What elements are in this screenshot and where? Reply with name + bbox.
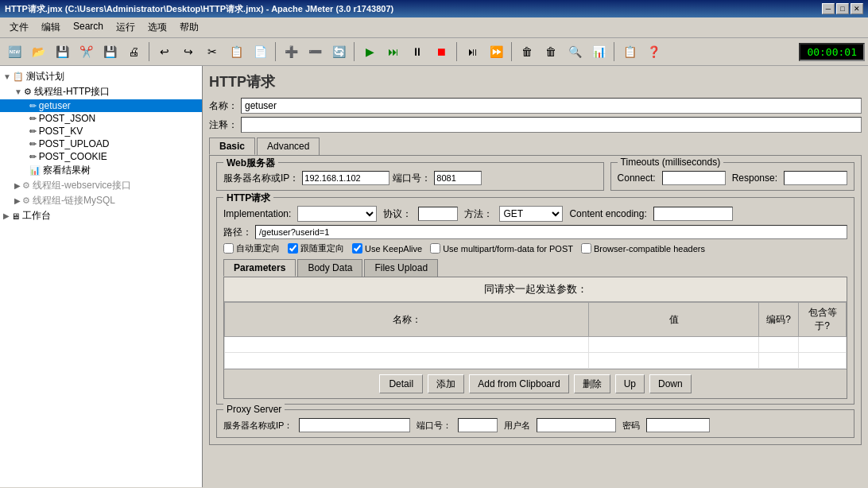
- method-select[interactable]: GET POST: [499, 206, 563, 222]
- tab-basic-content: Web服务器 服务器名称或IP： 端口号： Timeouts (millisec…: [209, 155, 862, 445]
- delete-button[interactable]: 删除: [574, 374, 610, 393]
- toolbar-paste[interactable]: 📄: [249, 41, 271, 63]
- toolbar-clear-all[interactable]: 🗑: [540, 41, 562, 63]
- request-icon: ✏: [29, 139, 37, 149]
- web-server-section: Web服务器 服务器名称或IP： 端口号：: [216, 162, 604, 191]
- response-input[interactable]: [784, 171, 847, 185]
- toolbar-cut-test[interactable]: ✂️: [75, 41, 97, 63]
- request-icon: ✏: [29, 152, 37, 162]
- menu-file[interactable]: 文件: [3, 19, 35, 36]
- menu-help[interactable]: 帮助: [173, 19, 205, 36]
- toolbar-step2[interactable]: ⏩: [485, 41, 507, 63]
- close-button[interactable]: ✕: [851, 3, 863, 14]
- menu-run[interactable]: 运行: [110, 19, 141, 36]
- tree-expand-icon: ▼: [14, 87, 22, 96]
- method-label: 方法：: [464, 207, 493, 221]
- toolbar-new[interactable]: 🆕: [3, 41, 25, 63]
- down-button[interactable]: Down: [649, 374, 692, 393]
- menu-edit[interactable]: 编辑: [35, 19, 67, 36]
- keepalive-label: Use KeepAlive: [365, 244, 422, 254]
- proxy-username-input[interactable]: [537, 418, 616, 432]
- toolbar-step[interactable]: ⏯: [461, 41, 483, 63]
- toolbar-something[interactable]: 🔄: [327, 41, 350, 63]
- encoding-input[interactable]: [653, 207, 733, 221]
- tree-item-thread-http[interactable]: ▼ ⚙ 线程组-HTTP接口: [0, 84, 202, 99]
- toolbar-cut[interactable]: ✂: [201, 41, 223, 63]
- col-name: 名称：: [225, 303, 589, 337]
- tab-parameters[interactable]: Parameters: [223, 259, 296, 277]
- tree-item-workbench[interactable]: ▶ 🖥 工作台: [0, 208, 202, 223]
- tree-item-label: 线程组-webservice接口: [33, 179, 131, 192]
- tab-files-upload[interactable]: Files Upload: [364, 259, 438, 277]
- tree-item-label: POST_UPLOAD: [39, 138, 110, 149]
- toolbar-run[interactable]: ▶: [358, 41, 381, 63]
- browser-compat-checkbox[interactable]: [581, 243, 591, 254]
- follow-redirect-checkbox[interactable]: [288, 243, 298, 254]
- minimize-button[interactable]: ─: [822, 3, 835, 14]
- toolbar-add[interactable]: ➕: [280, 41, 302, 63]
- port-input[interactable]: [434, 171, 482, 185]
- toolbar-list[interactable]: 📋: [618, 41, 641, 63]
- toolbar-undo[interactable]: ↩: [153, 41, 176, 63]
- tree-item-post-json[interactable]: ✏ POST_JSON: [0, 112, 202, 125]
- tree-item-post-cookie[interactable]: ✏ POST_COOKIE: [0, 150, 202, 163]
- toolbar-print[interactable]: 🖨: [122, 41, 145, 63]
- tree-item-result-tree[interactable]: 📊 察看结果树: [0, 163, 202, 178]
- protocol-input[interactable]: [418, 207, 458, 221]
- toolbar-clear[interactable]: 🗑: [516, 41, 538, 63]
- add-clipboard-button[interactable]: Add from Clipboard: [469, 374, 568, 393]
- tree-item-post-upload[interactable]: ✏ POST_UPLOAD: [0, 137, 202, 150]
- tree-expand-icon: [25, 140, 28, 149]
- add-button[interactable]: 添加: [428, 374, 464, 393]
- path-input[interactable]: [255, 225, 847, 239]
- toolbar-copy[interactable]: 📋: [225, 41, 247, 63]
- multipart-checkbox[interactable]: [430, 243, 440, 254]
- toolbar-save-all[interactable]: 💾: [51, 41, 73, 63]
- checkbox-redirect[interactable]: 自动重定向: [223, 242, 280, 254]
- proxy-port-input[interactable]: [458, 418, 498, 432]
- connect-input[interactable]: [662, 171, 726, 185]
- action-buttons-row: Detail 添加 Add from Clipboard 删除 Up Down: [224, 369, 847, 398]
- toolbar-stop[interactable]: ⏹: [430, 41, 452, 63]
- tree-item-thread-webservice[interactable]: ▶ ⚙ 线程组-webservice接口: [0, 178, 202, 193]
- detail-button[interactable]: Detail: [379, 374, 423, 393]
- tab-basic[interactable]: Basic: [209, 137, 255, 155]
- proxy-password-input[interactable]: [646, 418, 710, 432]
- toolbar-sep-3: [354, 42, 355, 61]
- tree-item-post-kv[interactable]: ✏ POST_KV: [0, 125, 202, 137]
- keepalive-checkbox[interactable]: [352, 243, 362, 254]
- impl-select[interactable]: [297, 206, 377, 222]
- tree-item-thread-mysql[interactable]: ▶ ⚙ 线程组-链接MySQL: [0, 193, 202, 208]
- tree-item-getuser[interactable]: ✏ getuser: [0, 99, 202, 112]
- tree-item-test-plan[interactable]: ▼ 📋 测试计划: [0, 69, 202, 84]
- toolbar-redo[interactable]: ↪: [177, 41, 200, 63]
- checkbox-follow-redirect[interactable]: 跟随重定向: [288, 242, 344, 254]
- maximize-button[interactable]: □: [836, 3, 849, 14]
- tab-advanced[interactable]: Advanced: [257, 137, 320, 155]
- checkbox-keepalive[interactable]: Use KeepAlive: [352, 243, 422, 254]
- server-input[interactable]: [302, 171, 389, 185]
- toolbar-pause[interactable]: ⏸: [406, 41, 428, 63]
- toolbar-report[interactable]: 📊: [587, 41, 610, 63]
- toolbar-help[interactable]: ❓: [642, 41, 665, 63]
- toolbar-search[interactable]: 🔍: [564, 41, 586, 63]
- proxy-server-input[interactable]: [299, 418, 410, 432]
- up-button[interactable]: Up: [615, 374, 645, 393]
- toolbar-save[interactable]: 💾: [99, 41, 121, 63]
- test-plan-icon: 📋: [13, 72, 24, 82]
- toolbar-run-all[interactable]: ⏭: [382, 41, 405, 63]
- menu-search[interactable]: Search: [67, 19, 110, 36]
- redirect-checkbox[interactable]: [223, 243, 234, 254]
- tree-item-label: POST_KV: [39, 126, 83, 137]
- comment-input[interactable]: [241, 117, 862, 133]
- toolbar-open[interactable]: 📂: [27, 41, 49, 63]
- menu-options[interactable]: 选项: [141, 19, 173, 36]
- checkbox-multipart[interactable]: Use multipart/form-data for POST: [430, 243, 573, 254]
- response-label: Response:: [732, 172, 777, 184]
- checkbox-browser-compat[interactable]: Browser-compatible headers: [581, 243, 705, 254]
- redirect-label: 自动重定向: [236, 242, 280, 254]
- name-input[interactable]: [241, 98, 862, 114]
- server-ip-row: 服务器名称或IP： 端口号：: [223, 171, 597, 185]
- toolbar-remove[interactable]: ➖: [304, 41, 326, 63]
- tab-body-data[interactable]: Body Data: [297, 259, 362, 277]
